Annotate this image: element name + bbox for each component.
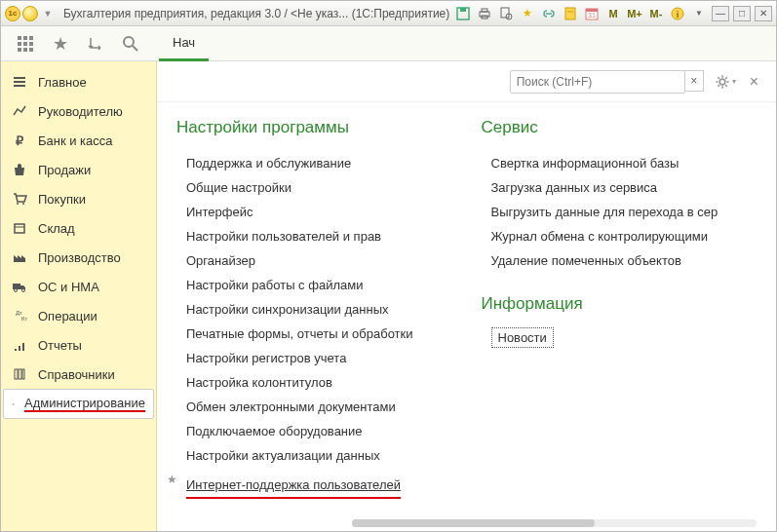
dropdown-small-icon[interactable]: ▼: [690, 6, 708, 21]
box-icon: [11, 220, 28, 236]
horizontal-scrollbar[interactable]: [352, 519, 757, 527]
sidebar-item-manager[interactable]: Руководителю: [1, 96, 156, 126]
link-files[interactable]: Настройки работы с файлами: [176, 273, 452, 297]
ops-icon: ДтКт: [11, 308, 28, 323]
sidebar-item-sales[interactable]: Продажи: [1, 155, 156, 184]
scrollbar-thumb[interactable]: [352, 519, 595, 527]
svg-rect-7: [565, 8, 575, 19]
svg-rect-21: [23, 48, 27, 52]
sidebar-label: Склад: [38, 221, 75, 236]
factory-icon: [11, 249, 28, 265]
link-icon[interactable]: [540, 6, 558, 21]
search-input[interactable]: [517, 75, 679, 89]
svg-rect-14: [18, 36, 21, 40]
truck-icon: [11, 279, 28, 294]
save-icon[interactable]: [454, 6, 472, 21]
sidebar-label: Главное: [38, 75, 87, 90]
link-internet-support[interactable]: Интернет-поддержка пользователей: [186, 473, 401, 499]
history-icon[interactable]: [87, 35, 104, 53]
minimize-button[interactable]: —: [712, 6, 729, 21]
svg-rect-40: [22, 343, 24, 351]
link-load-data[interactable]: Загрузка данных из сервиса: [482, 175, 758, 200]
tab-start[interactable]: Нач: [159, 26, 209, 61]
link-delete-marked[interactable]: Удаление помеченных объектов: [482, 248, 758, 273]
sidebar-item-bank[interactable]: ₽Банк и касса: [1, 126, 156, 155]
svg-rect-5: [501, 8, 509, 18]
info-icon[interactable]: i: [669, 6, 686, 21]
panel: × ▾ × Настройки программы Поддержка и об…: [157, 61, 776, 532]
link-support[interactable]: Поддержка и обслуживание: [176, 151, 452, 175]
sidebar-item-admin[interactable]: Администрирование: [3, 389, 154, 419]
ruble-icon: ₽: [11, 133, 28, 148]
search-clear-button[interactable]: ×: [684, 70, 704, 92]
maximize-button[interactable]: □: [733, 6, 751, 21]
toolbar: ★ Нач: [1, 26, 776, 61]
link-exchange-log[interactable]: Журнал обмена с контролирующими: [482, 224, 758, 248]
search-box[interactable]: [510, 70, 685, 94]
sidebar-item-reports[interactable]: Отчеты: [1, 330, 156, 360]
link-headers-footers[interactable]: Настройка колонтитулов: [176, 370, 452, 395]
svg-point-23: [124, 37, 134, 47]
sidebar-label: Справочники: [38, 367, 115, 382]
svg-point-44: [13, 403, 14, 404]
sidebar-item-stock[interactable]: Склад: [1, 213, 156, 243]
svg-rect-22: [29, 48, 33, 52]
sidebar-item-operations[interactable]: ДтКтОперации: [1, 301, 156, 330]
sidebar-item-references[interactable]: Справочники: [1, 360, 156, 389]
app-icon-yellow: [22, 6, 38, 21]
link-sync[interactable]: Настройки синхронизации данных: [176, 297, 452, 322]
window-title: Бухгалтерия предприятия, редакция 3.0 / …: [63, 7, 449, 20]
svg-rect-33: [13, 284, 20, 289]
link-organizer[interactable]: Органайзер: [176, 248, 452, 273]
favorite-icon[interactable]: ★: [52, 35, 69, 53]
svg-text:Кт: Кт: [21, 316, 27, 322]
svg-point-30: [22, 203, 24, 205]
link-edocs[interactable]: Обмен электронными документами: [176, 395, 452, 419]
svg-point-29: [17, 203, 19, 205]
sidebar-item-main[interactable]: Главное: [1, 67, 156, 96]
cart-icon: [11, 191, 28, 207]
titlebar-tools: ★ 31 M M+ M- i ▼ — □ ✕: [454, 6, 772, 21]
sidebar-item-purchases[interactable]: Покупки: [1, 184, 156, 213]
star-icon[interactable]: ★: [519, 6, 536, 21]
svg-rect-1: [460, 8, 466, 12]
sidebar-label: ОС и НМА: [38, 280, 99, 294]
m-button[interactable]: M: [604, 6, 622, 21]
link-print-forms[interactable]: Печатные формы, отчеты и обработки: [176, 322, 452, 346]
calendar-icon[interactable]: 31: [583, 6, 601, 21]
sidebar-label: Банк и касса: [38, 133, 113, 148]
svg-rect-42: [19, 369, 21, 379]
print-icon[interactable]: [476, 6, 493, 21]
link-actualization[interactable]: Настройки актуализации данных: [176, 443, 452, 468]
panel-close-icon[interactable]: ×: [746, 73, 762, 91]
heading-settings: Настройки программы: [176, 118, 452, 137]
panel-body: Настройки программы Поддержка и обслужив…: [157, 102, 776, 532]
link-rollup[interactable]: Свертка информационной базы: [482, 151, 758, 175]
settings-gear-icon[interactable]: ▾: [714, 73, 736, 91]
svg-point-45: [719, 79, 725, 85]
svg-rect-18: [23, 42, 27, 46]
link-export-data[interactable]: Выгрузить данные для перехода в сер: [482, 200, 758, 224]
m-plus-button[interactable]: M+: [626, 6, 643, 21]
link-news[interactable]: Новости: [491, 327, 554, 348]
link-interface[interactable]: Интерфейс: [176, 200, 452, 224]
link-users-rights[interactable]: Настройки пользователей и прав: [176, 224, 452, 248]
heading-service: Сервис: [482, 118, 758, 137]
svg-rect-43: [22, 369, 24, 379]
link-general[interactable]: Общие настройки: [176, 175, 452, 200]
sidebar-item-assets[interactable]: ОС и НМА: [1, 272, 156, 301]
sidebar-item-production[interactable]: Производство: [1, 243, 156, 272]
m-minus-button[interactable]: M-: [647, 6, 665, 21]
search-icon[interactable]: [122, 35, 139, 53]
apps-icon[interactable]: [17, 35, 34, 53]
svg-line-24: [133, 46, 137, 51]
close-button[interactable]: ✕: [755, 6, 772, 21]
svg-text:₽: ₽: [16, 133, 24, 148]
dropdown-icon[interactable]: ▼: [40, 6, 56, 21]
link-equipment[interactable]: Подключаемое оборудование: [176, 419, 452, 443]
calc-icon[interactable]: [562, 6, 579, 21]
preview-icon[interactable]: [497, 6, 515, 21]
sidebar-label: Операции: [38, 309, 97, 323]
link-registers[interactable]: Настройки регистров учета: [176, 346, 452, 370]
svg-rect-15: [23, 36, 27, 40]
